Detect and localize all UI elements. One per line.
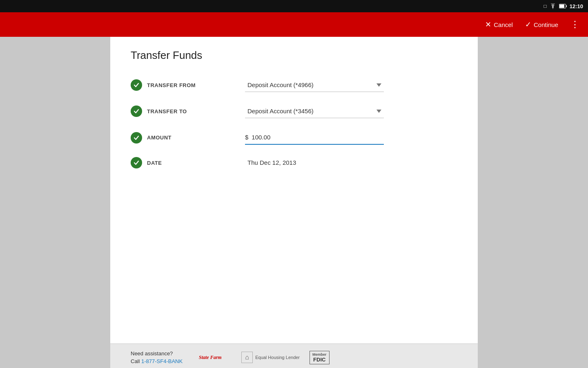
form-container: Transfer Funds TRANSFER FROM Deposit Acc… <box>110 37 478 343</box>
equal-housing-badge: ⌂ Equal Housing Lender <box>241 352 300 363</box>
footer: Need assistance? Call 1-877-SF4-BANK Sta… <box>110 343 478 368</box>
more-options-button[interactable]: ⋮ <box>570 19 580 30</box>
transfer-to-check-icon <box>131 105 142 117</box>
cancel-label: Cancel <box>494 21 513 28</box>
amount-row: AMOUNT $ <box>131 130 457 145</box>
transfer-from-check-icon <box>131 79 142 91</box>
continue-button[interactable]: ✓ Continue <box>525 20 558 29</box>
continue-label: Continue <box>534 21 558 28</box>
date-field: Thu Dec 12, 2013 <box>245 159 384 166</box>
status-icons: □ 12:10 <box>544 3 584 9</box>
transfer-to-label: TRANSFER TO <box>147 108 187 114</box>
transfer-to-dropdown[interactable]: Deposit Account (*3456) <box>245 104 384 118</box>
transfer-from-field[interactable]: Deposit Account (*4966) <box>245 78 384 92</box>
amount-symbol: $ <box>245 134 248 141</box>
battery-icon <box>559 4 567 9</box>
transfer-from-dropdown[interactable]: Deposit Account (*4966) <box>245 78 384 92</box>
member-text: Member <box>312 352 327 357</box>
toolbar: ✕ Cancel ✓ Continue ⋮ <box>0 12 588 37</box>
footer-logos: State Farm Bank ⌂ Equal Housing Lender M… <box>199 351 329 364</box>
amount-label-group: AMOUNT <box>131 132 245 144</box>
state-farm-bank-logo: State Farm Bank <box>199 353 232 361</box>
content-area: Transfer Funds TRANSFER FROM Deposit Acc… <box>110 37 478 343</box>
status-time: 12:10 <box>570 3 583 9</box>
sidebar-left <box>0 37 110 343</box>
fdic-text: FDIC <box>313 357 325 363</box>
status-bar: □ 12:10 <box>0 0 588 12</box>
svg-text:State Farm: State Farm <box>199 355 222 360</box>
page-title: Transfer Funds <box>131 49 457 62</box>
footer-call-row: Call 1-877-SF4-BANK <box>131 358 183 364</box>
date-label: DATE <box>147 160 162 166</box>
amount-input[interactable] <box>252 134 384 141</box>
date-check-icon <box>131 157 142 168</box>
main-layout: Transfer Funds TRANSFER FROM Deposit Acc… <box>0 37 588 343</box>
fdic-badge: Member FDIC <box>310 351 330 364</box>
bottom-sidebar-right <box>478 343 588 368</box>
transfer-to-field[interactable]: Deposit Account (*3456) <box>245 104 384 118</box>
footer-assist-text: Need assistance? <box>131 350 183 357</box>
amount-label: AMOUNT <box>147 135 172 141</box>
transfer-from-label: TRANSFER FROM <box>147 82 196 88</box>
date-label-group: DATE <box>131 157 245 168</box>
transfer-from-value: Deposit Account (*4966) <box>247 81 314 88</box>
sim-icon: □ <box>544 3 547 9</box>
continue-icon: ✓ <box>525 20 531 29</box>
equal-housing-text: Equal Housing Lender <box>255 355 300 360</box>
equal-housing-icon: ⌂ <box>241 352 253 363</box>
bottom-content: Need assistance? Call 1-877-SF4-BANK Sta… <box>110 343 478 368</box>
transfer-from-row: TRANSFER FROM Deposit Account (*4966) <box>131 78 457 92</box>
transfer-to-arrow-icon <box>376 110 381 113</box>
date-row: DATE Thu Dec 12, 2013 <box>131 157 457 168</box>
sidebar-right <box>478 37 588 343</box>
transfer-to-row: TRANSFER TO Deposit Account (*3456) <box>131 104 457 118</box>
svg-text:Bank: Bank <box>199 361 209 361</box>
cancel-button[interactable]: ✕ Cancel <box>485 20 513 29</box>
footer-phone-link[interactable]: 1-877-SF4-BANK <box>141 358 183 364</box>
transfer-to-value: Deposit Account (*3456) <box>247 108 314 114</box>
bottom-section: Need assistance? Call 1-877-SF4-BANK Sta… <box>0 343 588 368</box>
wifi-icon <box>549 3 557 9</box>
footer-left: Need assistance? Call 1-877-SF4-BANK <box>131 350 183 364</box>
cancel-icon: ✕ <box>485 20 491 29</box>
amount-input-row: $ <box>245 130 384 145</box>
bottom-sidebar-left <box>0 343 110 368</box>
svg-rect-2 <box>566 5 567 7</box>
amount-field[interactable]: $ <box>245 130 384 145</box>
transfer-from-arrow-icon <box>376 83 381 87</box>
transfer-to-label-group: TRANSFER TO <box>131 105 245 117</box>
transfer-from-label-group: TRANSFER FROM <box>131 79 245 91</box>
date-value: Thu Dec 12, 2013 <box>245 156 298 169</box>
svg-rect-1 <box>559 4 564 8</box>
sfbank-logo-svg: State Farm Bank <box>199 353 232 361</box>
footer-call-text: Call <box>131 358 141 364</box>
amount-check-icon <box>131 132 142 144</box>
